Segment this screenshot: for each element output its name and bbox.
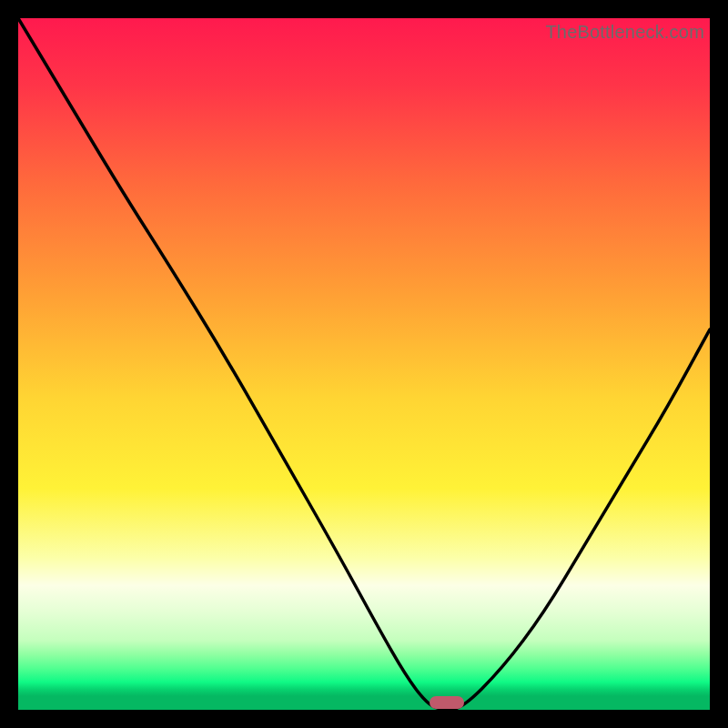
optimal-point-marker xyxy=(430,696,464,709)
watermark-text: TheBottleneck.com xyxy=(545,22,704,43)
chart-background-gradient xyxy=(18,18,710,710)
chart-frame: TheBottleneck.com xyxy=(18,18,710,710)
